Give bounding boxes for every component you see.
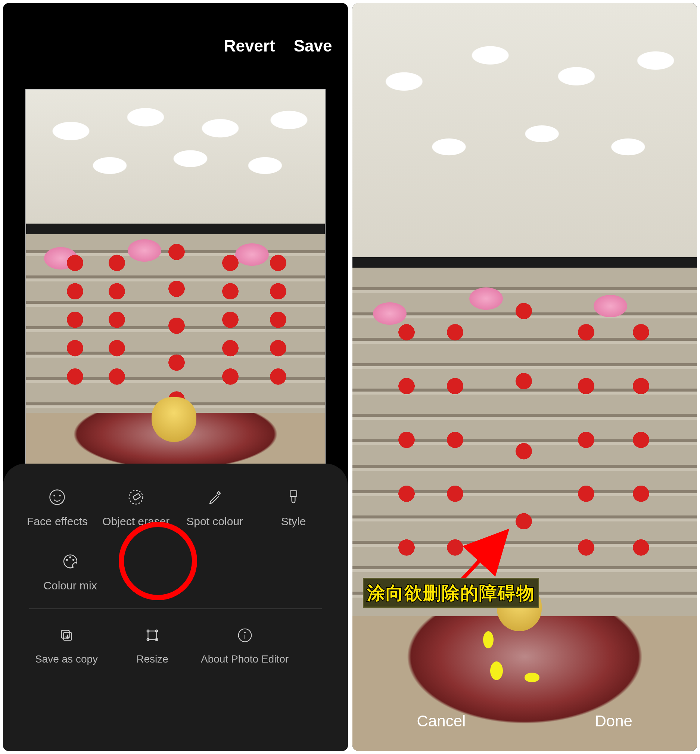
- tool-spot-colour[interactable]: Spot colour: [177, 486, 252, 528]
- svg-point-17: [244, 632, 246, 633]
- svg-point-8: [72, 559, 74, 560]
- svg-rect-4: [133, 493, 141, 500]
- svg-rect-11: [148, 631, 157, 640]
- editor-topbar: Revert Save: [3, 3, 348, 89]
- save-copy-icon: [55, 624, 78, 646]
- save-button[interactable]: Save: [294, 37, 332, 55]
- erase-selection-mark: [490, 662, 503, 680]
- info-icon: [234, 624, 256, 646]
- action-resize[interactable]: Resize: [115, 624, 190, 665]
- resize-icon: [141, 624, 164, 646]
- photo-canvas[interactable]: [25, 89, 325, 484]
- tool-label: Object eraser: [102, 515, 169, 528]
- annotation-text: 涂向欲删除的障碍物: [367, 583, 535, 603]
- action-label: About Photo Editor: [201, 653, 289, 665]
- svg-rect-5: [290, 491, 297, 496]
- revert-button[interactable]: Revert: [224, 37, 275, 55]
- brush-icon: [282, 486, 305, 508]
- tool-label: Spot colour: [186, 515, 243, 528]
- erase-selection-mark: [525, 673, 539, 682]
- photo-canvas-wrap: [3, 89, 348, 484]
- tool-label: Colour mix: [43, 579, 97, 592]
- eraser-icon: [125, 486, 147, 508]
- eraser-bottom-bar: Cancel Done: [352, 691, 697, 751]
- editor-tools-screen: Revert Save Face effects: [3, 3, 348, 751]
- tool-colour-mix[interactable]: Colour mix: [40, 550, 100, 592]
- annotation-caption: 涂向欲删除的障碍物: [363, 578, 539, 608]
- face-icon: [46, 486, 68, 508]
- svg-point-6: [66, 559, 68, 560]
- action-label: Save as copy: [35, 653, 98, 665]
- svg-point-2: [59, 495, 61, 496]
- cancel-button[interactable]: Cancel: [417, 712, 466, 730]
- photo-canvas-wrap: [352, 3, 697, 533]
- svg-point-3: [129, 490, 143, 504]
- done-button[interactable]: Done: [595, 712, 633, 730]
- action-label: Resize: [136, 653, 169, 665]
- tool-label: Style: [281, 515, 306, 528]
- action-save-as-copy[interactable]: Save as copy: [29, 624, 104, 665]
- tools-drawer: Face effects Object eraser Spot colour S…: [3, 464, 348, 751]
- tool-object-eraser[interactable]: Object eraser: [98, 486, 173, 528]
- tool-style[interactable]: Style: [256, 486, 331, 528]
- photo-canvas[interactable]: [375, 52, 675, 533]
- svg-point-0: [50, 490, 65, 505]
- svg-rect-9: [62, 631, 69, 638]
- palette-icon: [59, 550, 81, 573]
- svg-point-7: [69, 556, 71, 558]
- eyedropper-icon: [203, 486, 226, 508]
- tool-label: Face effects: [27, 515, 88, 528]
- action-about[interactable]: About Photo Editor: [201, 624, 289, 665]
- object-eraser-screen: 涂向欲删除的障碍物 Tap or draw around anything yo…: [352, 3, 697, 751]
- tool-face-effects[interactable]: Face effects: [20, 486, 94, 528]
- svg-point-1: [54, 495, 55, 496]
